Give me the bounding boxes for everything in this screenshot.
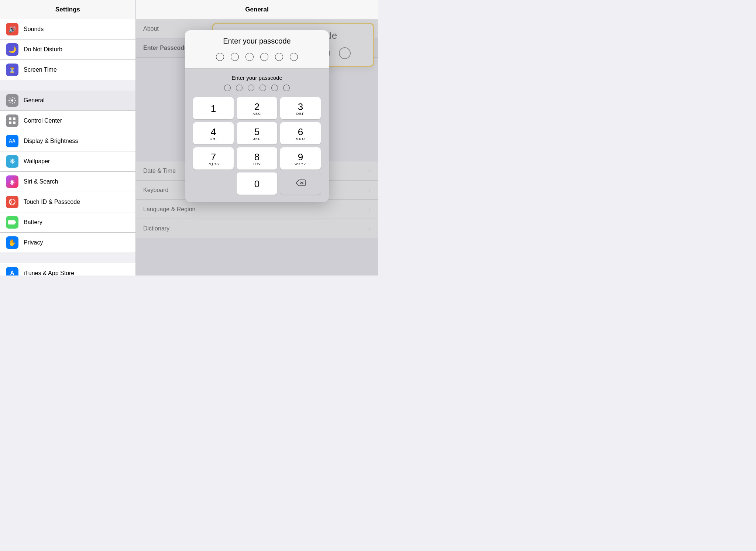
sidebar: 🔊 Sounds 🌙 Do Not Disturb ⏳ Screen Time [0, 19, 136, 276]
key-letters-6: MNO [296, 137, 305, 141]
numpad-key-0[interactable]: 0 [237, 172, 277, 195]
key-letters-9: WXYZ [295, 162, 306, 166]
right-panel: About › Enter Passcode › Date & Time › K… [136, 19, 378, 276]
do-not-disturb-label: Do Not Disturb [24, 46, 62, 53]
key-num-0: 0 [254, 179, 260, 189]
header: Settings General [0, 0, 378, 19]
numpad-key-8[interactable]: 8 TUV [237, 147, 277, 170]
svg-rect-1 [9, 117, 11, 120]
sidebar-item-battery[interactable]: Battery [0, 212, 135, 233]
do-not-disturb-icon: 🌙 [6, 43, 18, 56]
svg-rect-4 [13, 122, 16, 124]
svg-rect-7 [15, 222, 16, 223]
main-content: 🔊 Sounds 🌙 Do Not Disturb ⏳ Screen Time [0, 19, 378, 276]
numpad-key-7[interactable]: 7 PQRS [193, 147, 234, 170]
key-num-1: 1 [211, 104, 216, 113]
control-center-label: Control Center [24, 117, 62, 124]
itunes-icon: A [6, 267, 18, 276]
sidebar-item-touch-id[interactable]: Touch ID & Passcode [0, 192, 135, 212]
passcode-dot-sm-2 [236, 85, 243, 91]
numpad-key-5[interactable]: 5 JKL [237, 122, 277, 144]
control-center-icon [6, 114, 18, 127]
sidebar-divider-2 [0, 253, 135, 263]
passcode-dots-small [190, 85, 324, 91]
passcode-dot-6 [290, 53, 298, 61]
svg-point-0 [11, 99, 13, 102]
sidebar-item-control-center[interactable]: Control Center [0, 111, 135, 131]
siri-label: Siri & Search [24, 178, 58, 185]
svg-rect-3 [9, 122, 11, 124]
general-title: General [245, 6, 268, 13]
passcode-dot-3 [245, 53, 254, 61]
screen-time-icon: ⏳ [6, 64, 18, 76]
privacy-label: Privacy [24, 239, 43, 246]
general-icon [6, 94, 18, 107]
key-num-8: 8 [254, 152, 260, 162]
general-label: General [24, 97, 45, 104]
display-icon: AA [6, 135, 18, 147]
numpad-key-1[interactable]: 1 [193, 97, 234, 119]
passcode-modal-body: Enter your passcode 1 [185, 69, 329, 202]
passcode-dot-1 [216, 53, 224, 61]
sidebar-item-privacy[interactable]: ✋ Privacy [0, 233, 135, 253]
numpad-key-delete[interactable] [280, 172, 321, 195]
sidebar-item-siri[interactable]: ◉ Siri & Search [0, 172, 135, 192]
key-num-7: 7 [211, 152, 216, 162]
passcode-dot-sm-4 [260, 85, 266, 91]
display-label: Display & Brightness [24, 138, 78, 144]
battery-icon [6, 216, 18, 229]
siri-icon: ◉ [6, 175, 18, 188]
numpad-key-2[interactable]: 2 ABC [237, 97, 277, 119]
numpad-key-6[interactable]: 6 MNO [280, 122, 321, 144]
passcode-dot-sm-6 [283, 85, 290, 91]
screen-time-label: Screen Time [24, 66, 57, 73]
sidebar-item-wallpaper[interactable]: ❋ Wallpaper [0, 151, 135, 172]
svg-rect-2 [13, 117, 16, 120]
passcode-overlay: Enter your passcode Enter your passcode [136, 19, 378, 276]
sidebar-item-do-not-disturb[interactable]: 🌙 Do Not Disturb [0, 40, 135, 60]
wallpaper-label: Wallpaper [24, 158, 50, 165]
sidebar-item-sounds[interactable]: 🔊 Sounds [0, 19, 135, 40]
passcode-modal-title: Enter your passcode [192, 37, 322, 45]
itunes-label: iTunes & App Store [24, 270, 74, 276]
numpad-key-3[interactable]: 3 DEF [280, 97, 321, 119]
sidebar-item-general[interactable]: General [0, 90, 135, 111]
numpad-key-4[interactable]: 4 GHI [193, 122, 234, 144]
key-letters-7: PQRS [207, 162, 219, 166]
key-letters-3: DEF [296, 112, 305, 116]
sidebar-item-display[interactable]: AA Display & Brightness [0, 131, 135, 151]
key-letters-4: GHI [210, 137, 217, 141]
key-letters-2: ABC [252, 112, 261, 116]
passcode-dot-4 [260, 53, 268, 61]
passcode-dots-large [192, 51, 322, 63]
svg-rect-6 [8, 220, 15, 224]
sounds-label: Sounds [24, 26, 44, 32]
sidebar-item-itunes[interactable]: A iTunes & App Store [0, 263, 135, 276]
passcode-dot-sm-3 [248, 85, 254, 91]
touch-id-icon [6, 196, 18, 208]
key-num-3: 3 [298, 102, 303, 112]
sounds-icon: 🔊 [6, 23, 18, 35]
passcode-dot-2 [231, 53, 239, 61]
passcode-dot-sm-5 [271, 85, 278, 91]
key-letters-8: TUV [253, 162, 261, 166]
settings-title: Settings [55, 6, 80, 13]
key-num-2: 2 [254, 102, 260, 112]
key-num-4: 4 [211, 127, 216, 137]
numpad-key-9[interactable]: 9 WXYZ [280, 147, 321, 170]
settings-header: Settings [0, 0, 136, 19]
general-header: General [136, 0, 378, 19]
numpad: 1 2 ABC 3 DEF [190, 97, 324, 198]
touch-id-label: Touch ID & Passcode [24, 199, 80, 205]
key-num-6: 6 [298, 127, 303, 137]
privacy-icon: ✋ [6, 236, 18, 249]
key-letters-5: JKL [253, 137, 261, 141]
wallpaper-icon: ❋ [6, 155, 18, 168]
numpad-key-empty [193, 172, 234, 195]
passcode-modal-header: Enter your passcode [185, 30, 329, 69]
key-num-9: 9 [298, 152, 303, 162]
passcode-modal[interactable]: Enter your passcode Enter your passcode [185, 30, 329, 202]
sidebar-item-screen-time[interactable]: ⏳ Screen Time [0, 60, 135, 80]
key-num-5: 5 [254, 127, 260, 137]
passcode-dot-sm-1 [224, 85, 231, 91]
